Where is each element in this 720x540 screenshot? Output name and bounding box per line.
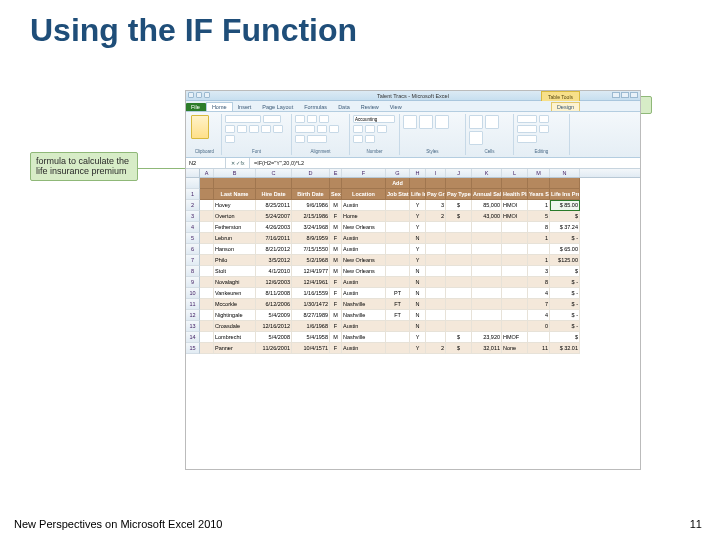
cell[interactable]: Add (386, 178, 410, 189)
cell[interactable] (386, 332, 410, 343)
cell[interactable] (502, 310, 528, 321)
cell[interactable] (386, 200, 410, 211)
colhdr-N[interactable]: N (550, 169, 580, 177)
cell[interactable] (426, 178, 446, 189)
cell[interactable]: 3 (426, 200, 446, 211)
colhdr-H[interactable]: H (410, 169, 426, 177)
cell[interactable] (472, 310, 502, 321)
tab-insert[interactable]: Insert (233, 103, 258, 111)
cell[interactable]: $ (550, 211, 580, 222)
cell[interactable] (200, 222, 214, 233)
cell[interactable] (386, 266, 410, 277)
clear-icon[interactable] (517, 135, 537, 143)
cell[interactable] (472, 255, 502, 266)
cell[interactable]: New Orleans (342, 255, 386, 266)
cell[interactable]: Y (410, 255, 426, 266)
cell[interactable]: 12/6/2003 (256, 277, 292, 288)
cell[interactable]: 2 (426, 343, 446, 354)
cell[interactable] (200, 244, 214, 255)
row-header[interactable]: 7 (186, 255, 200, 266)
cell[interactable]: $ (446, 200, 472, 211)
cell[interactable] (446, 277, 472, 288)
cell[interactable]: Pay Grade (426, 189, 446, 200)
cell[interactable]: Sex (330, 189, 342, 200)
cell[interactable]: Novalaghi (214, 277, 256, 288)
cell[interactable]: 3/24/1968 (292, 222, 330, 233)
cell[interactable]: N (410, 321, 426, 332)
cell[interactable] (502, 178, 528, 189)
cell[interactable]: Austin (342, 288, 386, 299)
cell[interactable]: Nashville (342, 310, 386, 321)
enter-icon[interactable]: ✓ (236, 160, 240, 166)
cell[interactable]: 0 (528, 321, 550, 332)
cell[interactable]: $ (550, 266, 580, 277)
cell[interactable] (386, 277, 410, 288)
comma-icon[interactable] (377, 125, 387, 133)
cell[interactable]: Croasdale (214, 321, 256, 332)
cell[interactable]: 7/15/1550 (292, 244, 330, 255)
cell[interactable] (472, 277, 502, 288)
ribbon-tabs[interactable]: File Home Insert Page Layout Formulas Da… (186, 101, 640, 112)
cell[interactable]: Y (410, 244, 426, 255)
cell[interactable]: Panner (214, 343, 256, 354)
cell[interactable]: 23,920 (472, 332, 502, 343)
align-bot-icon[interactable] (319, 115, 329, 123)
colhdr-E[interactable]: E (330, 169, 342, 177)
cancel-icon[interactable]: ✕ (231, 160, 235, 166)
cell[interactable] (426, 288, 446, 299)
tab-data[interactable]: Data (333, 103, 356, 111)
cell[interactable]: 5/24/2007 (256, 211, 292, 222)
align-center-icon[interactable] (329, 125, 339, 133)
cell[interactable]: Austin (342, 277, 386, 288)
cell[interactable] (446, 222, 472, 233)
cell[interactable] (342, 178, 386, 189)
cell[interactable]: Austin (342, 321, 386, 332)
cell[interactable]: Hanson (214, 244, 256, 255)
cell[interactable]: F (330, 277, 342, 288)
cell[interactable]: Nightingale (214, 310, 256, 321)
cell[interactable]: Life Ins (410, 189, 426, 200)
cell[interactable]: $ (446, 211, 472, 222)
cell[interactable]: 85,000 (472, 200, 502, 211)
cell[interactable]: 1/6/1968 (292, 321, 330, 332)
cell[interactable]: M (330, 255, 342, 266)
cell[interactable]: 3 (528, 266, 550, 277)
cell[interactable]: Y (410, 343, 426, 354)
cell[interactable] (472, 321, 502, 332)
cell[interactable]: 8/21/2012 (256, 244, 292, 255)
cell[interactable]: Nashville (342, 299, 386, 310)
colhdr-C[interactable]: C (256, 169, 292, 177)
cell[interactable] (446, 266, 472, 277)
autosum-icon[interactable] (517, 115, 537, 123)
cell[interactable]: 7 (528, 299, 550, 310)
cell[interactable] (200, 189, 214, 200)
cell[interactable]: 3/5/2012 (256, 255, 292, 266)
cell[interactable] (200, 233, 214, 244)
colhdr-D[interactable]: D (292, 169, 330, 177)
cell[interactable]: Y (410, 200, 426, 211)
cell[interactable] (200, 310, 214, 321)
cell[interactable]: Vankeuren (214, 288, 256, 299)
cell[interactable]: 32,011 (472, 343, 502, 354)
table-row[interactable]: Add (186, 178, 640, 189)
cell[interactable] (446, 178, 472, 189)
cell[interactable]: New Orleans (342, 222, 386, 233)
cond-format-icon[interactable] (403, 115, 417, 129)
currency-icon[interactable] (353, 125, 363, 133)
font-family-icon[interactable] (225, 115, 261, 123)
cell[interactable] (426, 332, 446, 343)
cell[interactable] (214, 178, 256, 189)
fill-icon[interactable] (517, 125, 537, 133)
cell[interactable] (426, 244, 446, 255)
cell[interactable] (386, 244, 410, 255)
cell[interactable]: F (330, 233, 342, 244)
cell[interactable]: 4/1/2010 (256, 266, 292, 277)
row-header[interactable]: 3 (186, 211, 200, 222)
cell[interactable] (502, 222, 528, 233)
table-row[interactable]: 14Lombrecht5/4/20085/4/1958MNashvilleY$2… (186, 332, 640, 343)
cell[interactable]: Lombrecht (214, 332, 256, 343)
cell[interactable] (502, 321, 528, 332)
table-row[interactable]: 15Panner11/26/200110/4/1571FAustinY2$32,… (186, 343, 640, 354)
cell[interactable]: N (410, 277, 426, 288)
cell[interactable]: M (330, 266, 342, 277)
